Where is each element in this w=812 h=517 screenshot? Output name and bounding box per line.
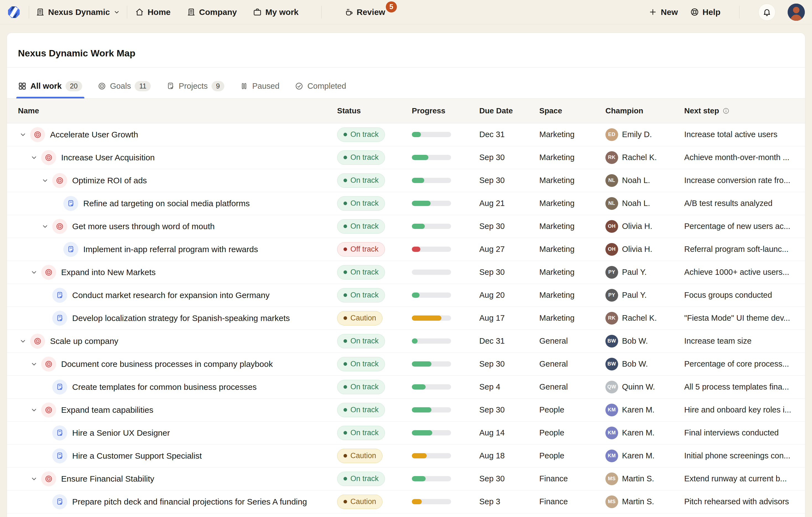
chevron-down-icon[interactable] bbox=[29, 153, 39, 162]
status-badge[interactable]: Caution bbox=[337, 449, 382, 463]
work-map-card: Nexus Dynamic Work Map All work20Goals11… bbox=[7, 33, 805, 517]
status-badge[interactable]: Caution bbox=[337, 311, 382, 326]
column-header-status: Status bbox=[330, 107, 405, 115]
status-badge[interactable]: On track bbox=[337, 265, 385, 279]
due-date-cell: Sep 30 bbox=[473, 153, 533, 162]
progress-fill bbox=[412, 155, 428, 160]
nav-item-label: Company bbox=[199, 7, 237, 17]
chevron-down-icon[interactable] bbox=[29, 405, 39, 415]
user-avatar[interactable] bbox=[788, 4, 805, 21]
status-badge[interactable]: On track bbox=[337, 288, 385, 302]
next-step-cell: Increase total active users bbox=[677, 130, 799, 139]
table-row[interactable]: Accelerate User GrowthOn trackDec 31Mark… bbox=[7, 123, 805, 146]
progress-fill bbox=[412, 338, 417, 344]
champion-cell: KMKaren M. bbox=[599, 404, 677, 416]
chevron-down-icon[interactable] bbox=[29, 267, 39, 277]
row-name-cell: Expand team capabilities bbox=[18, 402, 330, 418]
space-name: Marketing bbox=[539, 153, 574, 162]
status-badge[interactable]: On track bbox=[337, 426, 385, 440]
notifications-button[interactable] bbox=[758, 4, 776, 21]
status-cell: Caution bbox=[330, 495, 405, 509]
project-doc-icon bbox=[52, 449, 67, 463]
row-name-cell: Document core business processes in comp… bbox=[18, 357, 330, 372]
status-badge[interactable]: Off track bbox=[337, 242, 385, 256]
progress-fill bbox=[412, 315, 441, 321]
tab-paused[interactable]: Paused bbox=[240, 74, 279, 98]
table-row[interactable]: Increase User AcquisitionOn trackSep 30M… bbox=[7, 146, 805, 169]
table-row[interactable]: Document core business processes in comp… bbox=[7, 353, 805, 376]
nav-item-home[interactable]: Home bbox=[135, 7, 170, 17]
status-dot-icon bbox=[344, 362, 347, 366]
champion-cell: KMKaren M. bbox=[599, 427, 677, 439]
tab-all-work[interactable]: All work20 bbox=[18, 74, 82, 98]
chevron-down-icon[interactable] bbox=[40, 176, 50, 185]
row-name-cell: Expand into New Markets bbox=[18, 265, 330, 280]
status-badge[interactable]: On track bbox=[337, 357, 385, 371]
goal-target-icon bbox=[52, 219, 67, 234]
chevron-down-icon[interactable] bbox=[40, 221, 50, 232]
table-row[interactable]: Refine ad targeting on social media plat… bbox=[7, 192, 805, 215]
status-dot-icon bbox=[344, 224, 347, 228]
status-badge[interactable]: On track bbox=[337, 150, 385, 165]
champion-cell: NLNoah L. bbox=[599, 174, 677, 187]
champion-avatar: OH bbox=[605, 220, 618, 233]
champion-name: Karen M. bbox=[622, 405, 655, 415]
next-step-cell: Pitch rehearsed with advisors bbox=[677, 497, 799, 506]
chevron-down-icon[interactable] bbox=[18, 336, 28, 346]
status-label: On track bbox=[350, 405, 379, 414]
new-button[interactable]: New bbox=[648, 7, 678, 17]
status-badge[interactable]: On track bbox=[337, 196, 385, 211]
main-nav: HomeCompanyMy workReview5 bbox=[135, 6, 385, 19]
table-row[interactable]: Ensure Financial StabilityOn trackSep 30… bbox=[7, 467, 805, 490]
champion-name: Rachel K. bbox=[622, 153, 657, 162]
space-cell: Marketing bbox=[533, 291, 599, 300]
progress-bar bbox=[412, 224, 451, 229]
next-step-cell: "Fiesta Mode" UI theme dev... bbox=[677, 313, 799, 323]
chevron-down-icon[interactable] bbox=[29, 359, 39, 369]
table-row[interactable]: Get more users through word of mouthOn t… bbox=[7, 215, 805, 238]
status-badge[interactable]: On track bbox=[337, 380, 385, 394]
nav-item-company[interactable]: Company bbox=[187, 7, 237, 17]
item-name: Create templates for common business pro… bbox=[72, 383, 257, 392]
status-badge[interactable]: On track bbox=[337, 472, 385, 486]
table-row[interactable]: Improve ProductOn trackSep 30ProductFMFr… bbox=[7, 513, 805, 517]
table-row[interactable]: Develop localization strategy for Spanis… bbox=[7, 307, 805, 330]
status-badge[interactable]: On track bbox=[337, 403, 385, 417]
help-button[interactable]: Help bbox=[690, 7, 721, 17]
table-row[interactable]: Create templates for common business pro… bbox=[7, 376, 805, 399]
tab-projects[interactable]: Projects9 bbox=[166, 74, 224, 98]
status-badge[interactable]: On track bbox=[337, 219, 385, 234]
status-badge[interactable]: Caution bbox=[337, 495, 382, 509]
table-row[interactable]: Conduct market research for expansion in… bbox=[7, 284, 805, 307]
table-row[interactable]: Implement in-app referral program with r… bbox=[7, 238, 805, 261]
info-icon[interactable] bbox=[722, 107, 730, 115]
status-badge[interactable]: On track bbox=[337, 127, 385, 142]
nav-item-label: Review bbox=[357, 7, 385, 17]
nav-item-my-work[interactable]: My work bbox=[253, 7, 298, 17]
table-row[interactable]: Scale up companyOn trackDec 31GeneralBWB… bbox=[7, 330, 805, 353]
workspace-switcher[interactable]: Nexus Dynamic bbox=[36, 7, 120, 17]
tab-completed[interactable]: Completed bbox=[295, 74, 346, 98]
champion-avatar: NL bbox=[605, 197, 618, 210]
table-row[interactable]: Hire a Senior UX DesignerOn trackAug 14P… bbox=[7, 422, 805, 445]
table-row[interactable]: Hire a Customer Support SpecialistCautio… bbox=[7, 445, 805, 467]
status-label: On track bbox=[350, 222, 379, 231]
table-row[interactable]: Prepare pitch deck and financial project… bbox=[7, 490, 805, 513]
table-row[interactable]: Optimize ROI of adsOn trackSep 30Marketi… bbox=[7, 169, 805, 192]
nav-item-review[interactable]: Review5 bbox=[344, 7, 385, 17]
goal-target-icon bbox=[41, 357, 56, 372]
champion-name: Olivia H. bbox=[622, 245, 652, 254]
row-name-cell: Implement in-app referral program with r… bbox=[18, 242, 330, 257]
chevron-down-icon[interactable] bbox=[18, 130, 28, 140]
table-row[interactable]: Expand into New MarketsOn trackSep 30Mar… bbox=[7, 261, 805, 284]
next-step-cell: Final interviews conducted bbox=[677, 428, 799, 437]
status-dot-icon bbox=[344, 270, 347, 274]
tab-goals[interactable]: Goals11 bbox=[98, 74, 151, 98]
table-row[interactable]: Expand team capabilitiesOn trackSep 30Pe… bbox=[7, 399, 805, 422]
space-cell: Marketing bbox=[533, 268, 599, 277]
project-doc-icon bbox=[52, 494, 67, 509]
status-badge[interactable]: On track bbox=[337, 173, 385, 188]
progress-cell bbox=[405, 293, 473, 298]
status-badge[interactable]: On track bbox=[337, 334, 385, 348]
chevron-down-icon[interactable] bbox=[29, 474, 39, 484]
